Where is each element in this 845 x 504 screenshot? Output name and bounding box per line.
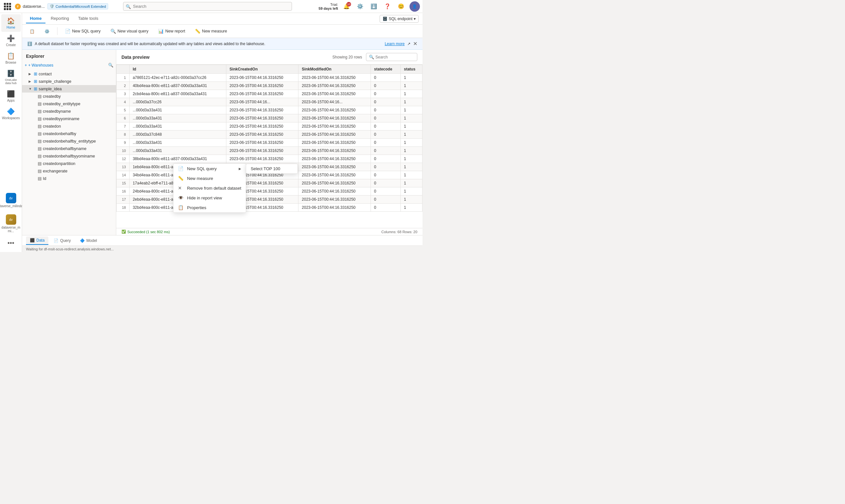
data-search-input[interactable] <box>375 55 414 59</box>
table-row[interactable]: 1 a7865121-42ec-e711-a82c-000d3a37cc26 2… <box>116 74 422 82</box>
cell-statecode: 0 <box>371 90 400 98</box>
tree-item-createdby-entitytype[interactable]: ▤ createdby_entitytype <box>22 100 116 107</box>
cell-modified: 2023-06-15T00:44:16.3316250 <box>299 122 371 130</box>
tree-item-createdbyname[interactable]: ▤ createdbyname <box>22 107 116 115</box>
search-input[interactable] <box>123 2 292 11</box>
tree-label-id: Id <box>43 176 46 181</box>
add-warehouses-label: + Warehouses <box>28 63 53 68</box>
bottom-tab-model[interactable]: 🔷 Model <box>76 237 101 245</box>
table-row[interactable]: 4 ...000d3a37cc26 2023-06-15T00:44:16...… <box>116 98 422 106</box>
download-button[interactable]: ⬇️ <box>368 1 379 12</box>
col-header-status[interactable]: status <box>400 65 422 74</box>
context-menu-remove-dataset[interactable]: ✕ Remove from default dataset <box>174 183 246 193</box>
cell-status: 1 <box>400 187 422 196</box>
table-row[interactable]: 3 2cbd4eaa-800c-e811-a837-000d3a33a431 2… <box>116 90 422 98</box>
cell-statecode: 0 <box>371 74 400 82</box>
cell-id: ...000d3a37cc26 <box>129 98 226 106</box>
col-header-sinkmodifiedon[interactable]: SinkModifiedOn <box>299 65 371 74</box>
context-menu-hide-report[interactable]: 👁️ Hide in report view <box>174 193 246 203</box>
context-properties-label: Properties <box>187 205 206 210</box>
sidebar-item-create[interactable]: ➕ Create <box>1 32 21 49</box>
explorer-search-button[interactable]: 🔍 <box>108 63 113 68</box>
table-row[interactable]: 15 17a4eab2-ebff-e711-a830-000d3a37c848 … <box>116 179 422 187</box>
new-measure-button[interactable]: 📏 New measure <box>191 26 231 36</box>
data-search[interactable]: 🔍 <box>366 53 417 61</box>
apps-grid-button[interactable] <box>3 2 12 11</box>
cell-modified: 2023-06-15T00:44:16.3316250 <box>299 130 371 139</box>
context-menu-new-measure[interactable]: 📏 New measure <box>174 174 246 183</box>
tree-item-createdonbehalfbyname[interactable]: ▤ createdonbehalfbyname <box>22 145 116 152</box>
model-tab-icon: 🔷 <box>80 238 85 243</box>
feedback-button[interactable]: 😊 <box>396 1 406 12</box>
table-row[interactable]: 9 ...000d3a33a431 2023-06-15T00:44:16.33… <box>116 139 422 147</box>
col-header-sinkcreatedon[interactable]: SinkCreatedOn <box>226 65 299 74</box>
help-button[interactable]: ❓ <box>382 1 393 12</box>
tab-table-tools[interactable]: Table tools <box>74 14 102 23</box>
tree-item-createdonbehalfby[interactable]: ▤ createdonbehalfby <box>22 130 116 137</box>
table-row[interactable]: 18 32bd4eaa-800c-e811-a837-000d3a33a431 … <box>116 204 422 212</box>
tree-item-exchangerate[interactable]: ▤ exchangerate <box>22 167 116 175</box>
sidebar-item-home[interactable]: 🏠 Home <box>1 14 21 32</box>
cell-created: 2023-06-15T00:44:16.3316250 <box>226 130 299 139</box>
tab-home[interactable]: Home <box>26 14 46 23</box>
table-icon-button[interactable]: 📋 <box>26 27 38 36</box>
tab-reporting[interactable]: Reporting <box>47 14 73 23</box>
table-row[interactable]: 16 24bd4eaa-800c-e811-a837-000d3a33a431 … <box>116 187 422 196</box>
sidebar-item-more[interactable]: ••• <box>1 237 21 249</box>
new-report-button[interactable]: 📊 New report <box>155 26 189 36</box>
tree-item-sample-challenge[interactable]: ▶ ⊞ sample_challenge <box>22 78 116 85</box>
bottom-tab-data[interactable]: ⬛ Data <box>26 236 48 245</box>
bottom-tab-query[interactable]: 📄 Query <box>50 237 75 245</box>
row-number: 4 <box>116 98 130 106</box>
table-row[interactable]: 6 ...000d3a33a431 2023-06-15T00:44:16.33… <box>116 114 422 122</box>
submenu-select-top-100[interactable]: Select TOP 100 <box>246 164 298 174</box>
tree-item-createdonpartition[interactable]: ▤ createdonpartition <box>22 160 116 167</box>
notifications-button[interactable]: 🔔 10 <box>341 1 352 12</box>
tree-item-sample-idea[interactable]: ▼ ⊞ sample_idea <box>22 85 116 93</box>
tree-item-createdon[interactable]: ▤ createdon <box>22 122 116 130</box>
tree-item-createdonbehalfbyyominame[interactable]: ▤ createdonbehalfbyyominame <box>22 152 116 160</box>
info-close-button[interactable]: ✕ <box>413 41 417 47</box>
cell-created: 2023-06-15T00:44:16.3316250 <box>226 139 299 147</box>
sidebar-item-workspace1[interactable]: dv dataverse_milinda... <box>1 190 21 211</box>
sidebar-item-browse[interactable]: 📋 Browse <box>1 49 21 67</box>
context-menu-new-sql-query[interactable]: 📄 New SQL query ▶ <box>174 164 246 174</box>
table-wrap[interactable]: Id SinkCreatedOn SinkModifiedOn statecod… <box>116 65 422 228</box>
settings-button[interactable]: ⚙️ <box>355 1 365 12</box>
table-row[interactable]: 10 ...000d3a33a431 2023-06-15T00:44:16.3… <box>116 147 422 155</box>
settings-toolbar-button[interactable]: ⚙️ <box>41 27 53 36</box>
search-bar[interactable]: 🔍 <box>123 2 292 11</box>
sql-endpoint-button[interactable]: 🗄️ SQL endpoint ▾ <box>380 15 419 23</box>
tree-item-createdonbehalfby-entitytype[interactable]: ▤ createdonbehalfby_entitytype <box>22 137 116 145</box>
table-row[interactable]: 7 ...000d3a33a431 2023-06-15T00:44:16.33… <box>116 122 422 130</box>
sidebar-item-hub[interactable]: 🗄️ OneLake data hub <box>1 67 21 87</box>
sidebar-item-workspace2[interactable]: dv dataverse_m mi... <box>1 212 21 235</box>
table-row[interactable]: 17 2ebd4eaa-800c-e811-a837-000d3a33a431 … <box>116 196 422 204</box>
col-header-id[interactable]: Id <box>129 65 226 74</box>
context-sql-icon: 📄 <box>178 166 184 171</box>
columns-count: Columns: 68 <box>381 230 401 234</box>
row-number: 17 <box>116 196 130 204</box>
user-avatar[interactable]: 👤 <box>410 1 420 12</box>
table-row[interactable]: 12 38bd4eaa-800c-e811-a837-000d3a33a431 … <box>116 155 422 163</box>
table-icon: 📋 <box>30 29 35 34</box>
sidebar-item-apps[interactable]: ⬛ Apps <box>1 87 21 105</box>
tree-item-createdby[interactable]: ▤ createdby <box>22 93 116 100</box>
cell-created: 2023-06-15T00:44:16.3316250 <box>226 155 299 163</box>
table-row[interactable]: 2 40bd4eaa-800c-e811-a837-000d3a33a431 2… <box>116 82 422 90</box>
cell-id: 40bd4eaa-800c-e811-a837-000d3a33a431 <box>129 82 226 90</box>
cell-statecode: 0 <box>371 98 400 106</box>
add-warehouses-button[interactable]: + + Warehouses <box>25 63 53 68</box>
new-visual-query-button[interactable]: 🔍 New visual query <box>107 26 152 36</box>
sidebar-item-workspaces[interactable]: 🔷 Workspaces <box>1 105 21 122</box>
table-row[interactable]: 5 ...000d3a33a431 2023-06-15T00:44:16.33… <box>116 106 422 114</box>
tree-item-id[interactable]: ▤ Id <box>22 175 116 182</box>
tree-item-contact[interactable]: ▶ ⊞ contact <box>22 70 116 78</box>
col-header-statecode[interactable]: statecode <box>371 65 400 74</box>
table-row[interactable]: 8 ...000d3a37c848 2023-06-15T00:44:16.33… <box>116 130 422 139</box>
cell-id: ...000d3a33a431 <box>129 122 226 130</box>
new-sql-query-button[interactable]: 📄 New SQL query <box>61 26 104 36</box>
learn-more-link[interactable]: Learn more <box>385 41 404 46</box>
tree-item-createdbyyominame[interactable]: ▤ createdbyyominame <box>22 115 116 122</box>
context-menu-properties[interactable]: 📋 Properties <box>174 203 246 212</box>
